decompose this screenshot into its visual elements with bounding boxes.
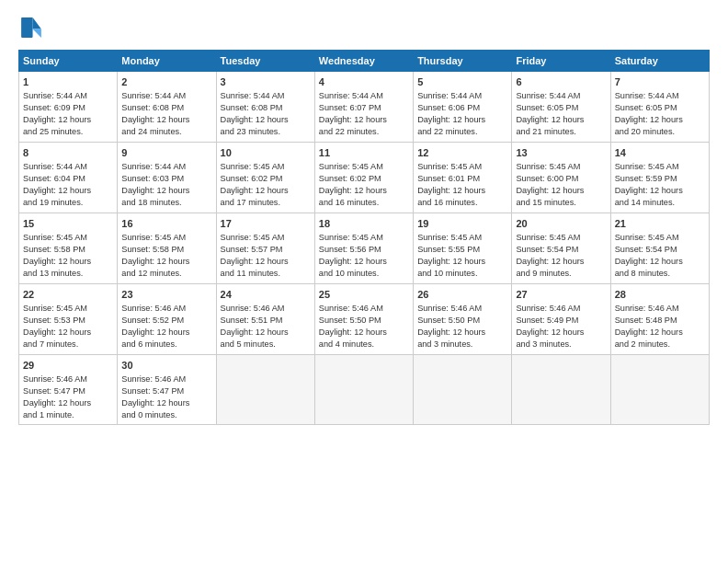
day-cell: 25Sunrise: 5:46 AM Sunset: 5:50 PM Dayli… <box>314 283 413 354</box>
day-info: Sunrise: 5:45 AM Sunset: 6:02 PM Dayligh… <box>221 161 311 209</box>
week-row-5: 29Sunrise: 5:46 AM Sunset: 5:47 PM Dayli… <box>19 354 710 425</box>
day-info: Sunrise: 5:45 AM Sunset: 6:01 PM Dayligh… <box>417 161 507 209</box>
day-info: Sunrise: 5:46 AM Sunset: 5:47 PM Dayligh… <box>121 373 211 421</box>
day-number: 23 <box>121 288 211 302</box>
day-cell: 16Sunrise: 5:45 AM Sunset: 5:58 PM Dayli… <box>118 213 216 283</box>
day-number: 18 <box>319 217 409 231</box>
day-info: Sunrise: 5:44 AM Sunset: 6:06 PM Dayligh… <box>417 90 507 138</box>
day-number: 21 <box>615 217 705 231</box>
day-info: Sunrise: 5:44 AM Sunset: 6:08 PM Dayligh… <box>221 90 311 138</box>
day-number: 28 <box>615 288 705 302</box>
col-header-wednesday: Wednesday <box>314 51 413 72</box>
day-number: 7 <box>615 75 705 89</box>
header <box>18 15 710 40</box>
day-number: 12 <box>417 146 507 160</box>
col-header-tuesday: Tuesday <box>216 51 314 72</box>
logo-icon <box>18 15 44 40</box>
day-cell: 22Sunrise: 5:45 AM Sunset: 5:53 PM Dayli… <box>19 283 118 354</box>
calendar: SundayMondayTuesdayWednesdayThursdayFrid… <box>18 50 710 425</box>
day-cell: 17Sunrise: 5:45 AM Sunset: 5:57 PM Dayli… <box>216 213 314 283</box>
day-info: Sunrise: 5:44 AM Sunset: 6:07 PM Dayligh… <box>319 90 409 138</box>
day-number: 26 <box>417 288 507 302</box>
day-info: Sunrise: 5:45 AM Sunset: 5:56 PM Dayligh… <box>319 232 409 280</box>
day-cell: 8Sunrise: 5:44 AM Sunset: 6:04 PM Daylig… <box>19 142 118 213</box>
day-cell: 28Sunrise: 5:46 AM Sunset: 5:48 PM Dayli… <box>610 283 709 354</box>
day-number: 22 <box>23 288 113 302</box>
col-header-sunday: Sunday <box>19 51 118 72</box>
day-info: Sunrise: 5:44 AM Sunset: 6:03 PM Dayligh… <box>121 161 211 209</box>
day-info: Sunrise: 5:45 AM Sunset: 5:53 PM Dayligh… <box>23 303 113 350</box>
day-cell: 2Sunrise: 5:44 AM Sunset: 6:08 PM Daylig… <box>118 72 216 143</box>
day-cell: 9Sunrise: 5:44 AM Sunset: 6:03 PM Daylig… <box>118 142 216 213</box>
day-cell: 13Sunrise: 5:45 AM Sunset: 6:00 PM Dayli… <box>512 142 610 213</box>
col-header-thursday: Thursday <box>414 51 512 72</box>
day-cell: 29Sunrise: 5:46 AM Sunset: 5:47 PM Dayli… <box>19 354 118 425</box>
day-info: Sunrise: 5:45 AM Sunset: 5:54 PM Dayligh… <box>516 232 606 280</box>
day-cell: 1Sunrise: 5:44 AM Sunset: 6:09 PM Daylig… <box>19 72 118 143</box>
day-info: Sunrise: 5:44 AM Sunset: 6:05 PM Dayligh… <box>615 90 705 138</box>
svg-marker-1 <box>33 29 41 38</box>
day-info: Sunrise: 5:44 AM Sunset: 6:05 PM Dayligh… <box>516 90 606 138</box>
day-info: Sunrise: 5:44 AM Sunset: 6:09 PM Dayligh… <box>23 90 113 138</box>
week-row-2: 8Sunrise: 5:44 AM Sunset: 6:04 PM Daylig… <box>19 142 710 213</box>
day-number: 29 <box>23 359 113 373</box>
day-info: Sunrise: 5:45 AM Sunset: 5:58 PM Dayligh… <box>121 232 211 280</box>
day-cell: 7Sunrise: 5:44 AM Sunset: 6:05 PM Daylig… <box>610 72 709 143</box>
day-cell: 27Sunrise: 5:46 AM Sunset: 5:49 PM Dayli… <box>512 283 610 354</box>
header-row: SundayMondayTuesdayWednesdayThursdayFrid… <box>19 51 710 72</box>
week-row-3: 15Sunrise: 5:45 AM Sunset: 5:58 PM Dayli… <box>19 213 710 283</box>
day-number: 5 <box>417 75 507 89</box>
day-info: Sunrise: 5:46 AM Sunset: 5:52 PM Dayligh… <box>121 303 211 350</box>
day-number: 17 <box>221 217 311 231</box>
day-number: 16 <box>121 217 211 231</box>
day-cell: 11Sunrise: 5:45 AM Sunset: 6:02 PM Dayli… <box>314 142 413 213</box>
day-info: Sunrise: 5:46 AM Sunset: 5:49 PM Dayligh… <box>516 303 606 350</box>
day-number: 9 <box>121 146 211 160</box>
day-number: 8 <box>23 146 113 160</box>
day-info: Sunrise: 5:46 AM Sunset: 5:48 PM Dayligh… <box>615 303 705 350</box>
day-info: Sunrise: 5:45 AM Sunset: 5:55 PM Dayligh… <box>417 232 507 280</box>
day-cell: 4Sunrise: 5:44 AM Sunset: 6:07 PM Daylig… <box>314 72 413 143</box>
day-number: 19 <box>417 217 507 231</box>
day-info: Sunrise: 5:46 AM Sunset: 5:47 PM Dayligh… <box>23 373 113 421</box>
day-cell <box>512 354 610 425</box>
day-cell: 12Sunrise: 5:45 AM Sunset: 6:01 PM Dayli… <box>414 142 512 213</box>
day-cell <box>414 354 512 425</box>
day-number: 24 <box>221 288 311 302</box>
day-info: Sunrise: 5:45 AM Sunset: 5:59 PM Dayligh… <box>615 161 705 209</box>
logo <box>18 15 48 40</box>
day-cell <box>216 354 314 425</box>
day-number: 15 <box>23 217 113 231</box>
day-cell <box>314 354 413 425</box>
day-number: 1 <box>23 75 113 89</box>
day-cell: 20Sunrise: 5:45 AM Sunset: 5:54 PM Dayli… <box>512 213 610 283</box>
day-cell: 19Sunrise: 5:45 AM Sunset: 5:55 PM Dayli… <box>414 213 512 283</box>
day-info: Sunrise: 5:45 AM Sunset: 5:54 PM Dayligh… <box>615 232 705 280</box>
day-number: 13 <box>516 146 606 160</box>
svg-rect-2 <box>21 17 32 38</box>
day-cell: 5Sunrise: 5:44 AM Sunset: 6:06 PM Daylig… <box>414 72 512 143</box>
day-cell: 26Sunrise: 5:46 AM Sunset: 5:50 PM Dayli… <box>414 283 512 354</box>
day-info: Sunrise: 5:44 AM Sunset: 6:08 PM Dayligh… <box>121 90 211 138</box>
day-number: 10 <box>221 146 311 160</box>
day-number: 3 <box>221 75 311 89</box>
day-cell: 23Sunrise: 5:46 AM Sunset: 5:52 PM Dayli… <box>118 283 216 354</box>
day-info: Sunrise: 5:46 AM Sunset: 5:51 PM Dayligh… <box>221 303 311 350</box>
svg-marker-0 <box>33 17 41 29</box>
day-cell: 21Sunrise: 5:45 AM Sunset: 5:54 PM Dayli… <box>610 213 709 283</box>
day-info: Sunrise: 5:44 AM Sunset: 6:04 PM Dayligh… <box>23 161 113 209</box>
week-row-1: 1Sunrise: 5:44 AM Sunset: 6:09 PM Daylig… <box>19 72 710 143</box>
col-header-friday: Friday <box>512 51 610 72</box>
col-header-monday: Monday <box>118 51 216 72</box>
day-number: 25 <box>319 288 409 302</box>
day-cell: 10Sunrise: 5:45 AM Sunset: 6:02 PM Dayli… <box>216 142 314 213</box>
page: SundayMondayTuesdayWednesdayThursdayFrid… <box>0 0 728 563</box>
day-cell: 24Sunrise: 5:46 AM Sunset: 5:51 PM Dayli… <box>216 283 314 354</box>
day-info: Sunrise: 5:46 AM Sunset: 5:50 PM Dayligh… <box>319 303 409 350</box>
day-info: Sunrise: 5:45 AM Sunset: 5:58 PM Dayligh… <box>23 232 113 280</box>
day-info: Sunrise: 5:45 AM Sunset: 6:00 PM Dayligh… <box>516 161 606 209</box>
day-info: Sunrise: 5:45 AM Sunset: 5:57 PM Dayligh… <box>221 232 311 280</box>
day-number: 14 <box>615 146 705 160</box>
day-cell: 15Sunrise: 5:45 AM Sunset: 5:58 PM Dayli… <box>19 213 118 283</box>
day-cell: 30Sunrise: 5:46 AM Sunset: 5:47 PM Dayli… <box>118 354 216 425</box>
